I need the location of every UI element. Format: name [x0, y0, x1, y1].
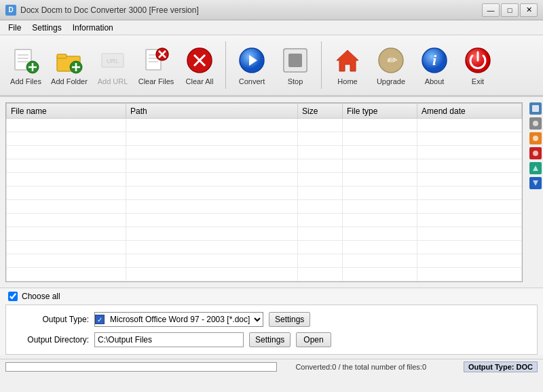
upgrade-label: Upgrade: [377, 77, 405, 85]
choose-all-label[interactable]: Choose all: [22, 292, 60, 301]
svg-point-38: [533, 151, 538, 156]
maximize-button[interactable]: □: [501, 3, 519, 17]
table-row: [7, 200, 522, 214]
exit-button[interactable]: Exit: [457, 38, 498, 92]
table-row: [7, 214, 522, 227]
toolbar-separator-2: [321, 41, 322, 89]
sidebar-btn-4[interactable]: [529, 147, 542, 159]
add-files-button[interactable]: Add Files: [5, 38, 46, 92]
convert-label: Convert: [239, 77, 265, 85]
table-row: [7, 173, 522, 187]
sidebar-btn-5[interactable]: [529, 162, 542, 174]
app-icon: D: [5, 5, 16, 16]
table-row: [7, 159, 522, 173]
clear-all-label: Clear All: [186, 77, 214, 85]
sidebar-btn-6[interactable]: [529, 177, 542, 189]
table-row: [7, 268, 522, 281]
svg-point-37: [533, 136, 538, 141]
output-dir-row: Output Directory: Settings Open: [14, 332, 529, 347]
output-type-select[interactable]: Microsoft Office Word 97 - 2003 [*.doc]: [106, 313, 263, 326]
add-url-icon: URL: [98, 46, 127, 75]
add-files-icon: [12, 46, 40, 75]
add-url-button: URL Add URL: [92, 38, 133, 92]
svg-rect-8: [57, 54, 67, 58]
convert-icon: [238, 46, 266, 75]
bottom-area: Choose all Output Type: ✓ Microsoft Offi…: [0, 288, 543, 355]
svg-text:✏: ✏: [386, 54, 398, 67]
col-path: Path: [126, 104, 298, 119]
add-url-label: Add URL: [98, 77, 128, 85]
status-bar: Converted:0 / the total number of files:…: [0, 359, 543, 374]
choose-all-checkbox[interactable]: [8, 292, 18, 301]
output-type-settings-button[interactable]: Settings: [269, 312, 310, 327]
svg-rect-29: [345, 52, 350, 58]
stop-label: Stop: [288, 77, 303, 85]
col-filename: File name: [7, 104, 126, 119]
sidebar-btn-3[interactable]: [529, 132, 542, 144]
right-sidebar: [528, 97, 543, 288]
about-icon: i: [420, 46, 449, 75]
table-row: [7, 146, 522, 159]
toolbar: Add Files Add Folder URL Add URL: [0, 35, 543, 96]
output-dir-settings-button[interactable]: Settings: [249, 332, 291, 347]
stop-icon: [281, 46, 310, 75]
home-icon: [333, 46, 362, 75]
svg-marker-39: [533, 165, 538, 171]
col-size: Size: [298, 104, 343, 119]
output-type-label: Output Type:: [14, 315, 89, 324]
choose-all-row: Choose all: [0, 288, 543, 305]
output-dir-input[interactable]: [94, 332, 244, 347]
svg-text:URL: URL: [107, 58, 119, 64]
clear-files-icon: [142, 46, 170, 75]
col-amenddate: Amend date: [417, 104, 522, 119]
menu-settings[interactable]: Settings: [26, 22, 67, 34]
add-folder-button[interactable]: Add Folder: [49, 38, 90, 92]
sidebar-btn-2[interactable]: [529, 117, 542, 130]
menu-information[interactable]: Information: [67, 22, 119, 34]
output-dir-open-button[interactable]: Open: [296, 332, 331, 347]
exit-icon: [464, 46, 492, 75]
options-panel: Output Type: ✓ Microsoft Office Word 97 …: [5, 305, 538, 355]
svg-point-36: [533, 121, 538, 126]
file-list-container: File name Path Size File type Amend date: [5, 102, 523, 282]
close-button[interactable]: ✕: [520, 3, 538, 17]
progress-bar-container: [5, 362, 277, 372]
add-folder-label: Add Folder: [51, 77, 88, 85]
minimize-button[interactable]: —: [482, 3, 500, 17]
window-controls: — □ ✕: [482, 3, 538, 17]
menu-file[interactable]: File: [3, 22, 26, 34]
sidebar-btn-1[interactable]: [529, 102, 542, 115]
col-filetype: File type: [343, 104, 417, 119]
title-bar: D Docx Docm to Doc Converter 3000 [Free …: [0, 0, 543, 20]
toolbar-separator-1: [225, 41, 226, 89]
about-button[interactable]: i About: [414, 38, 455, 92]
table-row: [7, 227, 522, 241]
table-row: [7, 187, 522, 200]
output-type-row: Output Type: ✓ Microsoft Office Word 97 …: [14, 312, 529, 327]
output-dir-label: Output Directory:: [14, 335, 89, 345]
svg-rect-35: [532, 105, 539, 112]
menu-bar: File Settings Information: [0, 20, 543, 35]
file-list-table: File name Path Size File type Amend date: [6, 103, 522, 281]
output-type-badge: Output Type: DOC: [464, 361, 538, 372]
stop-button[interactable]: Stop: [275, 38, 316, 92]
upgrade-button[interactable]: ✏ Upgrade: [371, 38, 411, 92]
table-row: [7, 241, 522, 254]
clear-all-button[interactable]: Clear All: [179, 38, 220, 92]
output-type-checkbox-icon: ✓: [95, 315, 105, 324]
add-files-label: Add Files: [10, 77, 41, 85]
clear-all-icon: [185, 46, 214, 75]
clear-files-button[interactable]: Clear Files: [136, 38, 176, 92]
table-row: [7, 254, 522, 268]
home-label: Home: [337, 77, 357, 85]
window-title: Docx Docm to Doc Converter 3000 [Free ve…: [20, 5, 199, 15]
table-row: [7, 119, 522, 132]
converted-status: Converted:0 / the total number of files:…: [295, 363, 426, 371]
convert-button[interactable]: Convert: [231, 38, 272, 92]
table-row: [7, 132, 522, 146]
add-folder-icon: [55, 46, 83, 75]
svg-rect-27: [288, 54, 302, 67]
svg-text:i: i: [432, 52, 437, 68]
clear-files-label: Clear Files: [138, 77, 174, 85]
home-button[interactable]: Home: [327, 38, 368, 92]
